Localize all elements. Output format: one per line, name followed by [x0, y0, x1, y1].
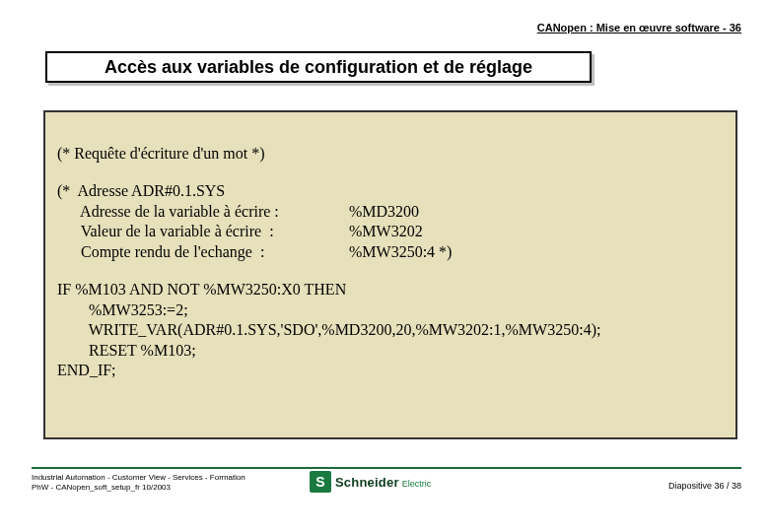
code-line: (* Adresse ADR#0.1.SYS	[57, 181, 349, 201]
page-header: CANopen : Mise en œuvre software - 36	[537, 22, 741, 33]
code-line: Compte rendu de l'echange :	[57, 242, 349, 262]
code-line: Adresse de la variable à écrire :	[57, 202, 349, 222]
code-line: Valeur de la variable à écrire :	[57, 222, 349, 241]
code-value: %MW3250:4 *)	[349, 242, 452, 262]
code-value: %MW3202	[349, 222, 423, 241]
logo-text-sub: Electric	[402, 479, 432, 489]
slide-number: Diapositive 36 / 38	[668, 481, 741, 491]
logo-icon: S	[310, 471, 331, 493]
footer-left-line2: PhW - CANopen_soft_setup_fr 10/2003	[32, 483, 245, 493]
schneider-logo: S SchneiderElectric	[310, 471, 431, 493]
footer-left: Industrial Automation - Customer View - …	[32, 473, 245, 493]
code-line: RESET %M103;	[57, 341, 726, 361]
footer-divider	[32, 467, 741, 469]
code-line: %MW3253:=2;	[57, 300, 726, 320]
logo-text-main: Schneider	[335, 475, 399, 490]
code-listing: (* Requête d'écriture d'un mot *) (* Adr…	[43, 110, 737, 439]
code-line: IF %M103 AND NOT %MW3250:X0 THEN	[57, 280, 726, 299]
code-line: END_IF;	[57, 361, 726, 380]
slide-title-box: Accès aux variables de configuration et …	[45, 51, 592, 83]
code-line: WRITE_VAR(ADR#0.1.SYS,'SDO',%MD3200,20,%…	[57, 320, 726, 340]
code-value: %MD3200	[349, 202, 419, 222]
footer-left-line1: Industrial Automation - Customer View - …	[32, 473, 245, 483]
code-line: (* Requête d'écriture d'un mot *)	[57, 144, 726, 164]
slide-title: Accès aux variables de configuration et …	[105, 57, 532, 78]
